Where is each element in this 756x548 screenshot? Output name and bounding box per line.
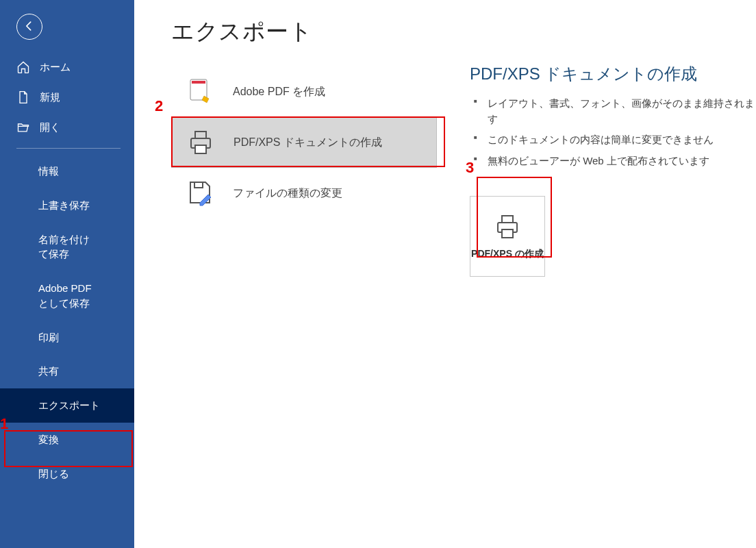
callout-number: 1 [0, 415, 8, 433]
create-pdf-xps-button[interactable]: PDF/XPS の作成 [470, 196, 545, 277]
detail-bullet: レイアウト、書式、フォント、画像がそのまま維持されます [470, 93, 756, 129]
sidebar: ホーム 新規 開く 情報 上書き保存 名前を付けて保存 Adobe PDF とし… [0, 0, 134, 548]
printer-icon [494, 213, 521, 240]
detail-bullet: 無料のビューアーが Web 上で配布されています [470, 151, 756, 172]
content: エクスポート Adobe PDF を作成 PDF/XPS ドキュメントの作成 フ… [134, 0, 756, 548]
nav-home[interactable]: ホーム [0, 52, 134, 82]
nav-share[interactable]: 共有 [0, 354, 134, 388]
nav-open-label: 開く [40, 121, 60, 134]
detail-panel: PDF/XPS ドキュメントの作成 レイアウト、書式、フォント、画像がそのまま維… [470, 16, 756, 548]
create-pdf-xps-label: PDF/XPS の作成 [471, 247, 544, 260]
home-icon [16, 60, 30, 74]
back-button[interactable] [16, 14, 42, 40]
change-filetype-icon [186, 179, 214, 207]
page-title: エクスポート [171, 16, 437, 47]
nav-save[interactable]: 上書き保存 [0, 188, 134, 223]
option-pdf-xps[interactable]: PDF/XPS ドキュメントの作成 [171, 117, 437, 168]
option-adobe-label: Adobe PDF を作成 [233, 85, 325, 99]
nav-home-label: ホーム [40, 61, 71, 74]
option-change-type[interactable]: ファイルの種類の変更 [171, 168, 437, 219]
callout-number: 3 [466, 159, 474, 177]
nav-close[interactable]: 閉じる [0, 457, 134, 491]
nav-export[interactable]: エクスポート [0, 388, 134, 423]
nav-new[interactable]: 新規 [0, 82, 134, 112]
nav-info[interactable]: 情報 [0, 154, 134, 188]
adobe-pdf-icon [186, 78, 214, 105]
nav-main: ホーム 新規 開く [0, 52, 134, 154]
open-icon [16, 121, 30, 134]
nav-new-label: 新規 [40, 91, 60, 104]
detail-bullets: レイアウト、書式、フォント、画像がそのまま維持されます このドキュメントの内容は… [470, 93, 756, 171]
detail-title: PDF/XPS ドキュメントの作成 [470, 63, 756, 85]
nav-adobe-pdf[interactable]: Adobe PDF として保存 [0, 271, 134, 321]
nav-sub: 情報 上書き保存 名前を付けて保存 Adobe PDF として保存 印刷 共有 … [0, 154, 134, 490]
option-pdfxps-label: PDF/XPS ドキュメントの作成 [234, 136, 382, 150]
detail-bullet: このドキュメントの内容は簡単に変更できません [470, 129, 756, 151]
option-change-label: ファイルの種類の変更 [233, 186, 342, 201]
printer-icon [187, 129, 214, 156]
nav-open[interactable]: 開く [0, 112, 134, 142]
nav-print[interactable]: 印刷 [0, 321, 134, 355]
callout-number: 2 [155, 97, 163, 115]
back-arrow-icon [23, 19, 36, 35]
newdoc-icon [16, 90, 30, 104]
nav-transform[interactable]: 変換 [0, 423, 134, 457]
options-column: エクスポート Adobe PDF を作成 PDF/XPS ドキュメントの作成 フ… [171, 16, 437, 548]
nav-saveas[interactable]: 名前を付けて保存 [0, 223, 134, 272]
option-adobe-pdf[interactable]: Adobe PDF を作成 [171, 66, 437, 117]
